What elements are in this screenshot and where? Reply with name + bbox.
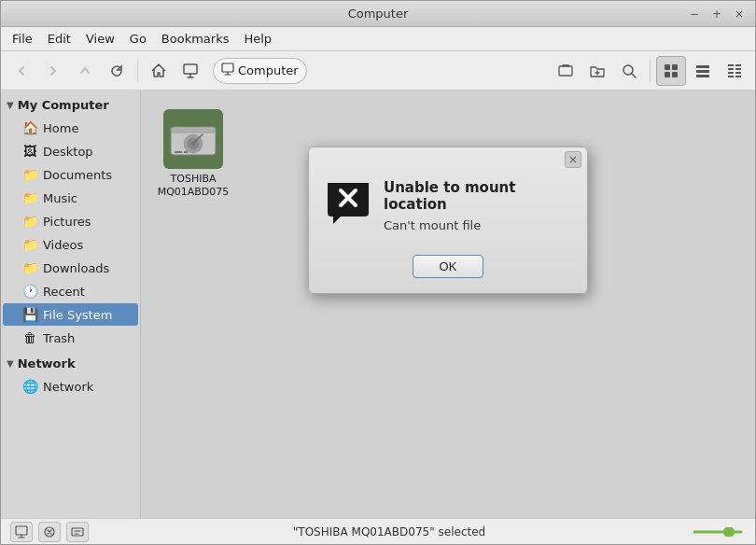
sidebar-item-network-label: Network [43, 380, 93, 394]
svg-rect-29 [16, 526, 27, 535]
view-compact-button[interactable] [720, 56, 749, 86]
view-grid-icon [664, 63, 679, 78]
videos-icon: 📁 [21, 236, 38, 253]
error-dialog-icon [324, 179, 372, 228]
sidebar-item-filesystem-label: File System [43, 308, 112, 322]
main-window: Computer − + × File Edit View Go Bookmar… [0, 0, 756, 545]
statusbar-btn-2[interactable] [38, 522, 61, 542]
sidebar-item-network[interactable]: 🌐 Network [3, 375, 138, 398]
svg-rect-11 [728, 64, 734, 66]
desktop-icon: 🖼 [21, 143, 38, 160]
modal-icon [324, 179, 372, 228]
svg-rect-4 [665, 64, 670, 70]
menu-file[interactable]: File [5, 30, 40, 48]
statusbar-btn-1[interactable] [10, 522, 33, 542]
menu-bookmarks[interactable]: Bookmarks [154, 30, 237, 48]
window-title: Computer [348, 7, 409, 21]
svg-rect-6 [665, 72, 670, 77]
back-button[interactable] [7, 56, 36, 86]
ok-button[interactable]: OK [413, 255, 484, 278]
sidebar-item-recent[interactable]: 🕐 Recent [3, 280, 138, 302]
sidebar-item-videos-label: Videos [43, 238, 83, 252]
sidebar-item-documents-label: Documents [43, 168, 112, 182]
sidebar-item-documents[interactable]: 📁 Documents [3, 163, 138, 186]
titlebar-controls: − + × [684, 4, 749, 24]
sidebar-item-home[interactable]: 🏠 Home [3, 117, 138, 139]
view-list-button[interactable] [688, 56, 718, 86]
sidebar-item-desktop[interactable]: 🖼 Desktop [3, 140, 138, 162]
filesystem-icon: 💾 [21, 306, 38, 323]
refresh-icon [109, 63, 124, 78]
screenshot-button[interactable] [551, 56, 581, 86]
modal-close-button[interactable]: × [565, 151, 581, 168]
network-arrow: ▼ [7, 358, 14, 369]
refresh-button[interactable] [102, 56, 132, 86]
location-computer-icon [221, 63, 234, 78]
toolbar-right [551, 56, 749, 86]
back-icon [14, 63, 29, 78]
toolbar: Computer [1, 51, 755, 91]
folder-new-button[interactable] [582, 56, 612, 86]
sidebar-item-filesystem[interactable]: 💾 File System [3, 303, 138, 326]
main-area: ▼ My Computer 🏠 Home 🖼 Desktop 📁 Documen… [1, 91, 755, 518]
statusbar-left [10, 522, 89, 542]
sidebar-item-music[interactable]: 📁 Music [3, 187, 138, 209]
my-computer-arrow: ▼ [7, 100, 14, 110]
statusbar: "TOSHIBA MQ01ABD075" selected [1, 518, 755, 544]
forward-button[interactable] [38, 56, 68, 86]
error-modal: × [308, 147, 588, 294]
sidebar-item-downloads[interactable]: 📁 Downloads [3, 257, 138, 279]
menubar: File Edit View Go Bookmarks Help [1, 27, 755, 51]
svg-rect-0 [184, 64, 197, 74]
file-area: TOSHIBAMQ01ABD075 × [141, 91, 755, 518]
sidebar-item-home-label: Home [43, 121, 78, 135]
svg-rect-2 [559, 66, 572, 76]
home-icon: 🏠 [21, 119, 38, 136]
computer-icon [182, 63, 199, 79]
screen-icon [221, 63, 234, 76]
view-grid-button[interactable] [656, 56, 686, 86]
titlebar: Computer − + × [1, 1, 755, 27]
maximize-button[interactable]: + [707, 4, 727, 24]
svg-rect-31 [72, 528, 83, 536]
statusbar-icon-3 [71, 525, 84, 538]
my-computer-label: My Computer [18, 98, 109, 112]
sidebar-item-downloads-label: Downloads [43, 261, 109, 275]
statusbar-btn-3[interactable] [66, 522, 89, 542]
search-button[interactable] [614, 56, 644, 86]
svg-rect-10 [696, 75, 709, 77]
svg-rect-1 [222, 63, 233, 72]
statusbar-icon-1 [15, 525, 28, 538]
menu-go[interactable]: Go [122, 30, 154, 48]
statusbar-status-text: "TOSHIBA MQ01ABD075" selected [89, 525, 690, 538]
toolbar-separator-2 [650, 60, 651, 82]
downloads-icon: 📁 [21, 259, 38, 276]
menu-help[interactable]: Help [236, 30, 279, 48]
sidebar-item-trash-label: Trash [43, 331, 75, 345]
sidebar-item-pictures-label: Pictures [43, 215, 91, 229]
computer-button[interactable] [175, 56, 205, 86]
parent-button[interactable] [70, 56, 100, 86]
svg-rect-16 [735, 68, 741, 70]
sidebar-item-trash[interactable]: 🗑 Trash [3, 327, 138, 349]
search-icon [621, 63, 637, 79]
minimize-button[interactable]: − [684, 4, 705, 24]
menu-edit[interactable]: Edit [40, 30, 78, 48]
svg-point-33 [723, 527, 735, 537]
sidebar-item-pictures[interactable]: 📁 Pictures [3, 210, 138, 232]
documents-icon: 📁 [21, 166, 38, 183]
svg-rect-7 [672, 72, 678, 77]
sidebar-section-my-computer[interactable]: ▼ My Computer [1, 94, 140, 116]
screenshot-icon [557, 63, 574, 79]
sidebar-section-network[interactable]: ▼ Network [1, 353, 140, 374]
recent-icon: 🕐 [21, 283, 38, 300]
svg-rect-15 [735, 64, 741, 66]
close-button[interactable]: × [729, 4, 749, 24]
menu-view[interactable]: View [78, 30, 122, 48]
statusbar-icon-2 [43, 525, 56, 538]
svg-rect-13 [728, 72, 734, 74]
modal-title: Unable to mount location [384, 179, 572, 213]
home-button[interactable] [144, 56, 174, 86]
network-icon: 🌐 [21, 378, 38, 395]
sidebar-item-videos[interactable]: 📁 Videos [3, 233, 138, 256]
